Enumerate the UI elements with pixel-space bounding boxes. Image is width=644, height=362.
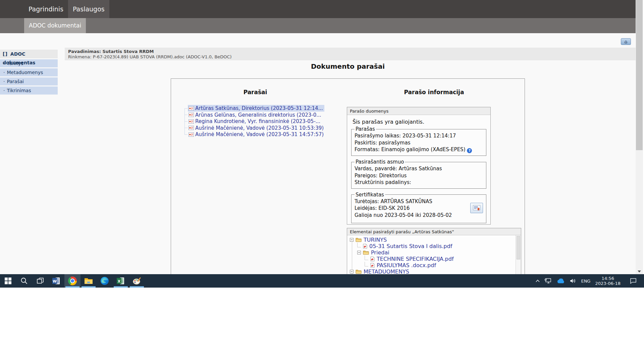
signature-row[interactable]: Regina Kundrotienė, Vyr. finansininkė (2… <box>184 118 322 125</box>
signature-row[interactable]: Aušrinė Mačėnienė, Vadovė (2023-05-31 14… <box>184 131 325 138</box>
word-icon: W <box>52 277 60 285</box>
paint-icon <box>132 277 141 285</box>
chrome-icon <box>68 277 77 285</box>
clock[interactable]: 14:56 2023-06-18 <box>595 276 621 286</box>
folder-icon <box>356 269 362 274</box>
browser-page: Pagrindinis Paslaugos ADOC dokumentai ⌂ … <box>0 0 643 274</box>
certificate-holder: Turėtojas: ARTŪRAS SATKŪNAS <box>355 198 483 205</box>
scrollbar-thumb[interactable] <box>636 0 643 150</box>
tree-item-pdf[interactable]: 05-31 Sutartis Stova I dalis.pdf <box>357 243 452 249</box>
tree-item-folder[interactable]: METADUOMENYS <box>350 268 409 274</box>
tree-item-pdf[interactable]: PASIULYMAS .docx.pdf <box>365 262 436 268</box>
document-header: Pavadinimas: Sutartis Stova RRDM Rinkmen… <box>65 48 636 60</box>
certificate-issuer: Leidėjas: EID-SK 2016 <box>355 205 483 212</box>
tree-connector <box>184 128 187 128</box>
certificate-icon <box>189 113 194 117</box>
fieldset-legend: Sertifikatas <box>355 192 385 198</box>
document-title: Pavadinimas: Sutartis Stova RRDM <box>68 49 636 54</box>
bullet-icon: · <box>3 79 5 84</box>
onedrive-cloud-icon[interactable] <box>557 279 565 284</box>
pdf-file-icon <box>370 256 375 261</box>
scrollbar-thumb[interactable] <box>517 236 520 259</box>
taskbar-chrome-button[interactable] <box>64 274 80 288</box>
scroll-down-arrow[interactable] <box>636 268 643 274</box>
fieldset-parasas: Parašas Pasirašymo laikas: 2023-05-31 12… <box>351 126 486 156</box>
excel-icon: X <box>117 277 125 285</box>
tree-connector <box>365 262 368 266</box>
collapse-minus-icon[interactable] <box>357 251 361 254</box>
tree-item-pdf[interactable]: TECHNINE SPECIFIKACIJA.pdf <box>365 255 454 262</box>
signed-elements-box: Elementai pasirašyti parašu „Artūras Sat… <box>347 228 521 274</box>
language-indicator[interactable]: ENG <box>581 279 590 284</box>
search-icon <box>20 277 28 285</box>
certificate-icon <box>189 132 194 137</box>
signature-row[interactable]: Artūras Satkūnas, Direktorius (2023-05-3… <box>184 105 324 112</box>
sidebar-item-parasai[interactable]: ·Parašai <box>0 77 58 85</box>
home-button[interactable]: ⌂ <box>621 38 631 45</box>
bullet-icon: · <box>3 70 5 75</box>
signed-elements-title: Elementai pasirašyti parašu „Artūras Sat… <box>347 228 521 235</box>
tree-connector <box>184 121 187 122</box>
taskbar-edge-button[interactable] <box>97 274 113 288</box>
signature-valid-status: Šis parašas yra galiojantis. <box>353 119 490 125</box>
taskbar-paint-button[interactable] <box>129 274 145 288</box>
nav-tab-adoc-dokumentai[interactable]: ADOC dokumentai <box>24 18 86 33</box>
signing-purpose: Paskirtis: pasirašymas <box>355 139 483 146</box>
main-navbar: Pagrindinis Paslaugos <box>0 0 636 18</box>
task-view-icon <box>37 277 44 285</box>
tree-item-folder[interactable]: Priedai <box>357 249 389 256</box>
sidebar-title: []ADOC dokumentas <box>0 50 58 58</box>
help-icon[interactable]: ? <box>467 148 472 153</box>
tree-connector <box>365 255 368 260</box>
view-certificate-button[interactable] <box>470 203 483 213</box>
pdf-file-icon <box>370 263 375 268</box>
document-file-name: Rinkmena: P-67-2023(4.89) UAB STOVA (RRD… <box>68 54 636 60</box>
collapse-minus-icon[interactable] <box>350 238 354 242</box>
certificate-icon <box>189 119 194 124</box>
notification-center-icon[interactable] <box>630 278 637 284</box>
taskbar-excel-button[interactable]: X <box>113 274 129 288</box>
volume-icon[interactable] <box>570 278 576 284</box>
open-app-indicator <box>65 286 79 288</box>
fieldset-sertifikatas: Sertifikatas Turėtojas: ARTŪRAS SATKŪNAS… <box>351 192 486 224</box>
document-brackets-icon: [] <box>3 51 8 57</box>
clock-date: 2023-06-18 <box>595 281 621 286</box>
chevron-up-icon[interactable] <box>535 279 540 283</box>
open-app-indicator <box>114 286 128 288</box>
start-button[interactable] <box>0 274 16 288</box>
signer-name: Vardas, pavardė: Artūras Satkūnas <box>355 165 483 172</box>
page-content: Pagrindinis Paslaugos ADOC dokumentai ⌂ … <box>0 0 636 274</box>
nav-tab-paslaugos[interactable]: Paslaugos <box>68 0 109 18</box>
open-app-indicator <box>130 286 144 288</box>
windows-start-icon <box>5 278 11 284</box>
network-icon[interactable] <box>545 278 552 284</box>
certificate-validity: Galioja nuo 2023-05-04 iki 2028-05-02 <box>355 212 483 219</box>
home-icon: ⌂ <box>625 39 628 44</box>
collapse-minus-icon[interactable] <box>350 270 354 274</box>
sub-navbar: ADOC dokumentai <box>0 18 636 33</box>
nav-tab-pagrindinis[interactable]: Pagrindinis <box>24 0 68 18</box>
taskbar-file-explorer-button[interactable] <box>80 274 97 288</box>
tree-item-folder[interactable]: TURINYS <box>350 236 387 243</box>
tree-connector <box>184 108 187 109</box>
signature-info-column-header: Parašo informacija <box>347 89 521 96</box>
signature-format: Formatas: Einamojo galiojimo (XAdES-EPES… <box>355 146 483 153</box>
svg-text:W: W <box>53 279 57 284</box>
sidebar-item-tikrinimas[interactable]: ·Tikrinimas <box>0 86 58 95</box>
fieldset-legend: Parašas <box>355 126 376 132</box>
certificate-icon <box>473 205 480 211</box>
fieldset-pasirasantis-asmuo: Pasirašantis asmuo Vardas, pavardė: Artū… <box>351 159 486 189</box>
open-app-indicator <box>82 286 96 288</box>
folder-icon <box>363 250 369 255</box>
page-title: Dokumento parašai <box>171 62 525 70</box>
page-scrollbar[interactable] <box>636 0 643 274</box>
taskbar-search-button[interactable] <box>16 274 32 288</box>
sidebar-item-metaduomenys[interactable]: ·Metaduomenys <box>0 68 58 76</box>
taskbar-word-button[interactable]: W <box>48 274 64 288</box>
signature-row[interactable]: Arūnas Gelūnas, Generalinis direktorius … <box>184 112 323 118</box>
elements-scrollbar[interactable] <box>516 235 521 274</box>
signer-department: Struktūrinis padalinys: <box>355 179 483 186</box>
task-view-button[interactable] <box>32 274 48 288</box>
signature-details-title: Parašo duomenys <box>347 107 490 115</box>
signature-row[interactable]: Aušrinė Mačėnienė, Vadovė (2023-05-31 10… <box>184 125 325 131</box>
